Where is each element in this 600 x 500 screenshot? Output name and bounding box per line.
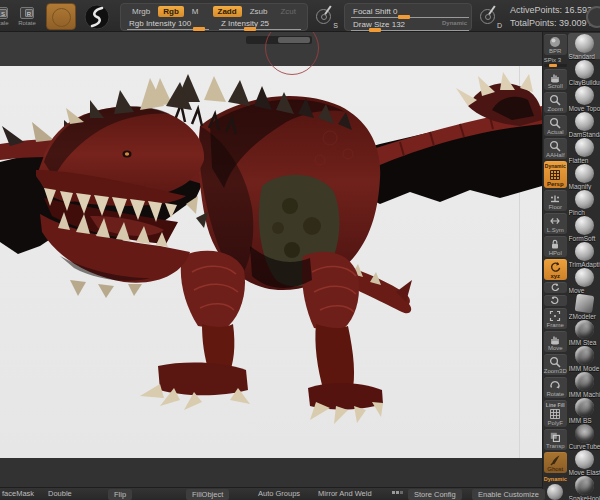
- brush-imm-bs[interactable]: IMM BS: [568, 397, 600, 423]
- bpr-button[interactable]: BPR: [544, 34, 567, 55]
- brush-imm-mode[interactable]: IMM Mode: [568, 345, 600, 371]
- floor-button[interactable]: Floor: [544, 190, 567, 211]
- rotate-icon: R: [20, 7, 34, 19]
- slider-label: Focal Shift 0: [351, 6, 469, 17]
- dragon-model[interactable]: [0, 66, 542, 458]
- bottom-item-fillobject[interactable]: FillObject: [186, 489, 229, 500]
- rotate-y-button[interactable]: [544, 282, 567, 293]
- ghost-button[interactable]: Ghost: [544, 452, 567, 473]
- brush-snakehook[interactable]: SnakeHook: [568, 475, 600, 500]
- brush-damstandard[interactable]: DamStandard: [568, 111, 600, 137]
- color-modes: MrgbRgbM: [127, 6, 203, 17]
- draw-size-slider[interactable]: Draw Size 132Dynamic: [351, 19, 469, 31]
- viewport-canvas[interactable]: [0, 66, 542, 458]
- brush-move-topological[interactable]: Move Topological: [568, 85, 600, 111]
- brush-standard[interactable]: Standard: [568, 33, 600, 59]
- brush-thumbnail: [575, 112, 594, 131]
- scroll-button[interactable]: Scroll: [544, 69, 567, 90]
- shelf-sphere-thumb[interactable]: [547, 484, 563, 500]
- tool-label: Zoom3D: [544, 368, 567, 374]
- brush-zmodeler[interactable]: ZModeler: [568, 293, 600, 319]
- brush-flatten[interactable]: Flatten: [568, 137, 600, 163]
- aahalf-button[interactable]: AAHalf: [544, 138, 567, 159]
- brush-claybuildup[interactable]: ClayBuildup: [568, 59, 600, 85]
- slider-handle[interactable]: [244, 27, 256, 31]
- alpha-picker[interactable]: D: [480, 7, 502, 29]
- frame-button[interactable]: Frame: [544, 308, 567, 329]
- brush-thumbnail: [575, 60, 594, 79]
- slider-handle[interactable]: [369, 28, 381, 32]
- stroke-icon: [316, 9, 331, 24]
- brush-thumbnail: [575, 398, 594, 417]
- zoom-button[interactable]: Zoom: [544, 92, 567, 113]
- brush-pinch[interactable]: Pinch: [568, 189, 600, 215]
- top-shelf: S Scale R Rotate MrgbRgbM ZaddZsubZcut R…: [0, 0, 600, 32]
- tool-label: Move: [548, 345, 563, 351]
- bottom-item-store-config[interactable]: Store Config: [408, 489, 462, 500]
- tool-label: PolyF: [548, 420, 563, 426]
- move-button[interactable]: Move: [544, 331, 567, 352]
- scale-icon: S: [0, 7, 8, 19]
- rgb-intensity-slider[interactable]: Rgb Intensity 100: [127, 18, 209, 30]
- z-intensity-slider[interactable]: Z Intensity 25: [219, 18, 301, 30]
- transp-button[interactable]: Transp: [544, 429, 567, 450]
- bottom-item-flip[interactable]: Flip: [108, 489, 132, 500]
- brush-trimadaptive[interactable]: TrimAdaptive: [568, 241, 600, 267]
- hpol-button[interactable]: HPol: [544, 236, 567, 257]
- brush-column: StandardClayBuildupMove TopologicalDamSt…: [568, 32, 600, 500]
- brush-thumbnail: [575, 450, 594, 469]
- mode-button-zsub[interactable]: Zsub: [245, 6, 273, 17]
- xyz-button[interactable]: xyz: [544, 259, 567, 280]
- brush-thumbnail: [575, 476, 594, 495]
- lock-icon: [549, 238, 561, 250]
- mode-button-zcut[interactable]: Zcut: [275, 6, 301, 17]
- focal-shift-slider[interactable]: Focal Shift 0: [351, 6, 469, 18]
- brush-move[interactable]: Move: [568, 267, 600, 293]
- slider-tag: Dynamic: [442, 20, 467, 26]
- transp-icon: [549, 431, 561, 443]
- document-bottom-strip: [0, 458, 542, 487]
- rotate-y-icon: [549, 282, 561, 294]
- persp-button[interactable]: DynamicPersp: [544, 161, 567, 188]
- current-brush-swatch[interactable]: [46, 3, 76, 30]
- scale-tool-button[interactable]: S Scale: [0, 4, 14, 30]
- mode-button-m[interactable]: M: [187, 6, 204, 17]
- brush-curvetube[interactable]: CurveTube: [568, 423, 600, 449]
- bottom-item-enable-customize[interactable]: Enable Customize: [472, 489, 545, 500]
- slider-handle[interactable]: [193, 27, 205, 31]
- tool-label: Scroll: [548, 83, 563, 89]
- draw-size-group: Focal Shift 0 Draw Size 132Dynamic: [344, 3, 472, 31]
- grid-icon: [549, 169, 561, 181]
- tool-label: Frame: [547, 322, 564, 328]
- mode-button-zadd[interactable]: Zadd: [213, 6, 242, 17]
- polyf-button[interactable]: Line FillPolyF: [544, 400, 567, 427]
- bottom-item-double[interactable]: Double: [48, 488, 72, 500]
- bottom-item-facemask[interactable]: faceMask: [2, 488, 34, 500]
- brush-imm-stea[interactable]: IMM Stea: [568, 319, 600, 345]
- brush-formsoft[interactable]: FormSoft: [568, 215, 600, 241]
- hand-icon: [549, 71, 561, 83]
- stroke-picker[interactable]: S: [316, 7, 338, 29]
- dynamic-label: Dynamic: [544, 476, 567, 482]
- tool-label: Persp: [547, 181, 564, 187]
- zoom3d-button[interactable]: Zoom3D: [544, 354, 567, 375]
- brush-magnify[interactable]: Magnify: [568, 163, 600, 189]
- rotate-tool-button[interactable]: R Rotate: [14, 4, 40, 30]
- brush-thumbnail: [575, 242, 594, 261]
- brush-thumbnail: [575, 86, 594, 105]
- rotate-button[interactable]: Rotate: [544, 377, 567, 398]
- l-sym-button[interactable]: L.Sym: [544, 213, 567, 234]
- depth-modes: ZaddZsubZcut: [213, 6, 301, 17]
- tool-label: xyz: [550, 273, 560, 279]
- actual-button[interactable]: Actual: [544, 115, 567, 136]
- spix-slider[interactable]: SPix 3: [544, 57, 567, 67]
- mode-button-rgb[interactable]: Rgb: [158, 6, 184, 17]
- brush-thumbnail: [575, 34, 594, 53]
- brush-move-elastic[interactable]: Move Elastic: [568, 449, 600, 475]
- bottom-item-auto-groups[interactable]: Auto Groups: [258, 488, 300, 500]
- material-sphere[interactable]: [84, 4, 110, 30]
- mode-button-mrgb[interactable]: Mrgb: [127, 6, 155, 17]
- rotate-z-button[interactable]: [544, 295, 567, 306]
- bottom-item-mirror-and-weld[interactable]: Mirror And Weld: [318, 488, 372, 500]
- brush-imm-machi[interactable]: IMM Machi: [568, 371, 600, 397]
